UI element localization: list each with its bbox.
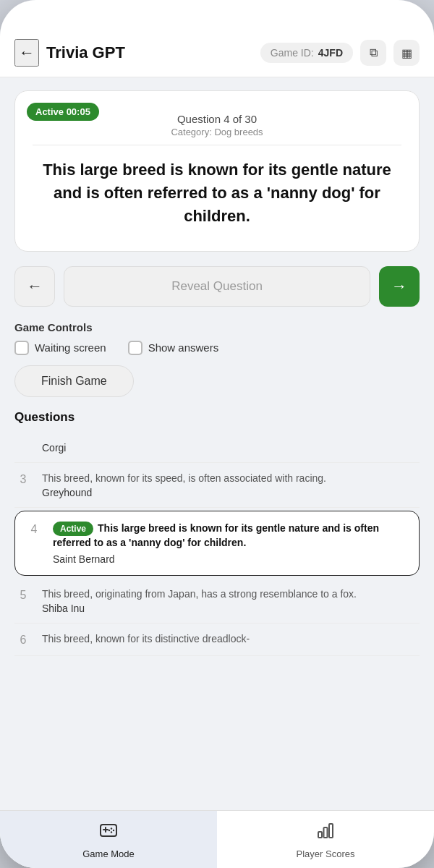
svg-point-4: [109, 829, 110, 830]
phone-shell: ← Trivia GPT Game ID: 4JFD ⧉ ▦ Active 00…: [0, 0, 434, 868]
waiting-screen-checkbox-box[interactable]: [14, 341, 29, 355]
app-header: ← Trivia GPT Game ID: 4JFD ⧉ ▦: [0, 32, 434, 77]
bottom-tab-bar: Game Mode Player Scores: [0, 810, 434, 868]
q-content: This breed, originating from Japan, has …: [42, 587, 420, 615]
card-divider: [33, 145, 401, 145]
q-number: 3: [14, 472, 32, 486]
list-item[interactable]: Corgi: [14, 432, 420, 463]
q-number: 4: [25, 522, 43, 536]
tab-game-mode[interactable]: Game Mode: [0, 811, 217, 868]
show-answers-label: Show answers: [148, 341, 219, 354]
show-answers-checkbox[interactable]: Show answers: [128, 341, 219, 355]
q-content: ActiveThis large breed is known for its …: [53, 522, 409, 565]
svg-rect-6: [324, 827, 328, 838]
back-button[interactable]: ←: [14, 39, 39, 67]
active-timer-badge: Active 00:05: [27, 103, 99, 121]
game-id-badge: Game ID: 4JFD: [260, 43, 353, 63]
active-badge: Active: [53, 522, 93, 536]
q-content: This breed, known for its distinctive dr…: [42, 632, 420, 647]
app-title: Trivia GPT: [46, 43, 253, 62]
q-answer: Shiba Inu: [42, 603, 420, 614]
main-content: Active 00:05 Question 4 of 30 Category: …: [0, 77, 434, 810]
questions-list: Corgi 3 This breed, known for its speed,…: [14, 432, 420, 657]
question-category: Category: Dog breeds: [33, 127, 401, 137]
list-item[interactable]: 6 This breed, known for its distinctive …: [14, 624, 420, 656]
reveal-question-button[interactable]: Reveal Question: [64, 266, 370, 307]
game-controls-row: Waiting screen Show answers: [14, 341, 420, 355]
game-controls-section: Game Controls Waiting screen Show answer…: [14, 321, 420, 397]
q-number: 5: [14, 587, 32, 602]
tab-game-mode-label: Game Mode: [82, 848, 135, 859]
next-question-button[interactable]: →: [379, 266, 420, 307]
list-item[interactable]: 5 This breed, originating from Japan, ha…: [14, 579, 420, 624]
finish-game-button[interactable]: Finish Game: [14, 365, 134, 397]
qr-code-button[interactable]: ▦: [393, 40, 420, 66]
svg-point-2: [113, 829, 114, 830]
q-question: This breed, originating from Japan, has …: [42, 587, 420, 602]
tab-player-scores-label: Player Scores: [297, 848, 355, 859]
game-controls-title: Game Controls: [14, 321, 420, 333]
q-question: This breed, known for its distinctive dr…: [42, 632, 420, 647]
tab-player-scores[interactable]: Player Scores: [217, 811, 434, 868]
svg-point-3: [111, 831, 112, 833]
nav-controls: ← Reveal Question →: [14, 266, 420, 307]
prev-question-button[interactable]: ←: [14, 266, 55, 307]
q-question: This large breed is known for its gentle…: [53, 523, 379, 549]
svg-rect-7: [329, 824, 333, 838]
q-number: 6: [14, 632, 32, 647]
status-bar: [0, 0, 434, 32]
list-item[interactable]: 3 This breed, known for its speed, is of…: [14, 463, 420, 509]
list-item-active[interactable]: 4 ActiveThis large breed is known for it…: [14, 511, 420, 576]
copy-id-button[interactable]: ⧉: [360, 40, 386, 66]
questions-section-title: Questions: [14, 410, 420, 425]
game-id-value: 4JFD: [318, 47, 343, 59]
question-card: Active 00:05 Question 4 of 30 Category: …: [14, 90, 420, 252]
waiting-screen-label: Waiting screen: [35, 341, 106, 354]
question-text: This large breed is known for its gentle…: [33, 153, 401, 234]
q-answer: Corgi: [42, 442, 420, 454]
q-answer: Saint Bernard: [53, 553, 409, 565]
q-content: Corgi: [42, 441, 420, 454]
q-answer: Greyhound: [42, 487, 420, 498]
svg-rect-5: [318, 832, 322, 838]
waiting-screen-checkbox[interactable]: Waiting screen: [14, 341, 106, 355]
game-id-label: Game ID:: [271, 47, 314, 59]
svg-point-1: [111, 827, 112, 829]
q-question: This breed, known for its speed, is ofte…: [42, 472, 420, 486]
q-content: This breed, known for its speed, is ofte…: [42, 472, 420, 499]
show-answers-checkbox-box[interactable]: [128, 341, 142, 355]
player-scores-icon: [315, 820, 336, 845]
q-number: [14, 441, 32, 442]
game-mode-icon: [98, 820, 119, 845]
